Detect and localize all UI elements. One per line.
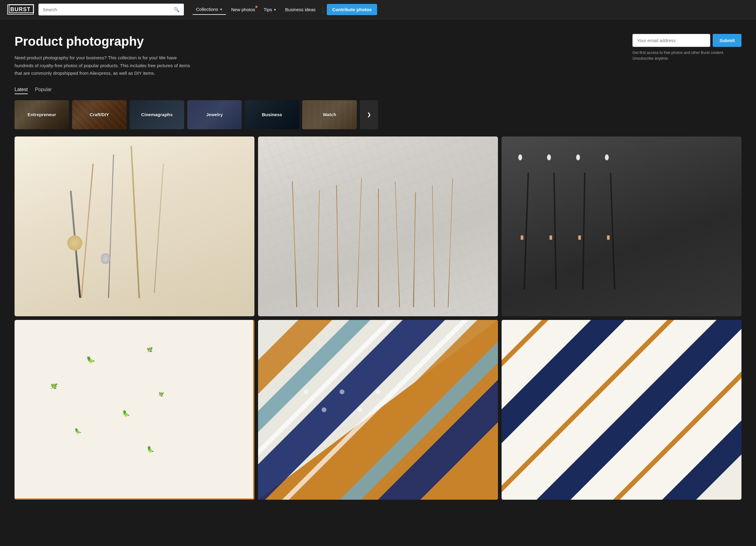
search-button[interactable]: 🔍 [169,4,184,15]
photo-card[interactable]: 🦜 🌿 🦜 🌿 🦜 🌿 🦜 [15,320,254,500]
category-overlay: Craft/DIY [72,100,127,129]
logo-text: BURST [7,5,34,15]
photo-card[interactable] [15,137,254,316]
tab-latest[interactable]: Latest [15,87,28,94]
svg-point-15 [376,389,380,394]
category-overlay: Watch [302,100,357,129]
svg-point-11 [303,389,308,394]
photo-tabs: Latest Popular [15,87,741,94]
chevron-down-icon: ▼ [219,8,223,11]
category-overlay: Business [245,100,299,129]
category-item-craft[interactable]: Craft/DIY [72,100,127,129]
photo-card[interactable] [258,320,498,500]
category-item-entrepreneur[interactable]: Entrepreneur [15,100,69,129]
category-overlay: Entrepreneur [15,100,69,129]
header: BURST 🔍 Collections ▼ New photos Tips ▼ … [0,0,756,19]
search-icon: 🔍 [174,7,180,12]
submit-button[interactable]: Submit [713,34,741,47]
email-input[interactable] [632,34,710,47]
search-input[interactable] [38,4,169,15]
nav-item-collections[interactable]: Collections ▼ [192,4,226,15]
nav-divider [323,6,323,13]
contribute-button[interactable]: Contribute photos [327,4,377,15]
hero-description: Need product photography for your busine… [15,54,196,77]
photo-grid: 🦜 🌿 🦜 🌿 🦜 🌿 🦜 [15,137,741,500]
page-title: Product photography [15,34,208,49]
category-item-more[interactable]: ❯ [360,100,378,129]
email-signup-section: Submit Get first access to free photos a… [632,34,741,61]
photo-card[interactable] [502,320,741,500]
hero-text: Product photography Need product photogr… [15,34,208,77]
category-overlay: ❯ [360,100,378,129]
email-note: Get first access to free photos and othe… [632,50,741,61]
category-item-business[interactable]: Business [245,100,299,129]
hero-section: Product photography Need product photogr… [15,34,741,77]
photo-card[interactable] [502,137,741,316]
tab-popular[interactable]: Popular [35,87,52,94]
nav-item-business-ideas[interactable]: Business ideas [281,5,319,15]
main-content: Product photography Need product photogr… [0,19,756,509]
search-form: 🔍 [38,4,184,15]
category-item-watch[interactable]: Watch [302,100,357,129]
category-overlay: Cinemagraphs [130,100,184,129]
svg-point-14 [358,407,363,412]
email-row: Submit [632,34,741,47]
photo-card[interactable] [258,137,498,316]
nav-item-new-photos[interactable]: New photos [227,5,259,15]
category-item-jewelry[interactable]: Jewelry [187,100,242,129]
svg-point-12 [322,407,327,412]
category-scroll: Entrepreneur Craft/DIY Cinemagraphs Jewe… [15,100,741,129]
svg-point-13 [340,389,344,394]
category-overlay: Jewelry [187,100,242,129]
nav-item-tips[interactable]: Tips ▼ [260,5,280,15]
chevron-down-icon-tips: ▼ [273,8,277,12]
logo[interactable]: BURST [7,5,34,15]
new-indicator-dot [255,6,257,8]
main-nav: Collections ▼ New photos Tips ▼ Business… [192,4,749,15]
category-item-cinemagraphs[interactable]: Cinemagraphs [130,100,184,129]
